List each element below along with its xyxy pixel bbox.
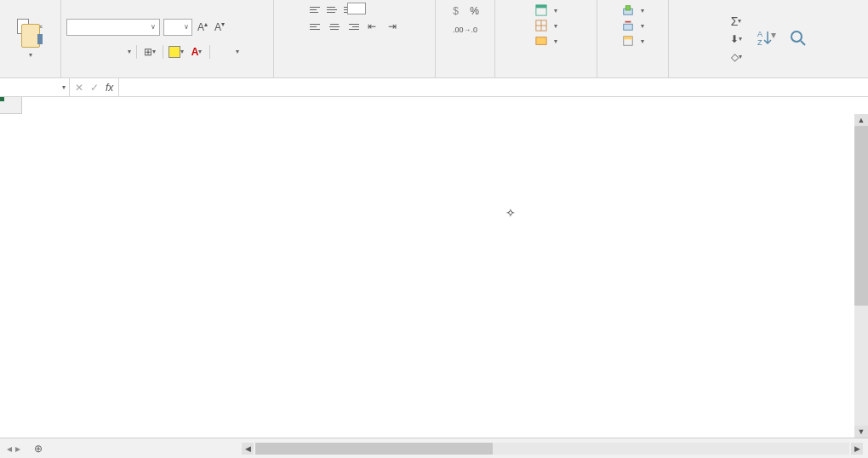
group-label-clipboard — [5, 74, 55, 76]
tab-nav-last-icon[interactable]: ▸ — [15, 443, 20, 455]
chevron-down-icon: ∨ — [184, 23, 189, 31]
new-sheet-button[interactable]: ⊕ — [27, 443, 49, 455]
delete-icon — [622, 20, 634, 31]
align-top-button[interactable] — [310, 3, 325, 15]
increase-indent-button[interactable]: ⇥ — [385, 19, 400, 34]
select-all-corner[interactable] — [0, 97, 22, 114]
paste-icon: ✂ — [17, 19, 44, 48]
cancel-formula-icon[interactable]: ✕ — [75, 82, 83, 94]
cell-icon — [535, 35, 547, 47]
underline-button[interactable] — [107, 44, 123, 60]
fx-icon[interactable]: fx — [106, 82, 113, 94]
formula-bar: ▾ ✕ ✓ fx — [0, 78, 868, 97]
table-icon — [535, 4, 547, 16]
svg-point-14 — [791, 31, 802, 42]
decrease-font-button[interactable]: A▾ — [213, 20, 226, 33]
scroll-thumb[interactable] — [255, 443, 493, 455]
sort-filter-icon: AZ — [756, 28, 776, 49]
increase-decimal-button[interactable]: .00→.0 — [458, 22, 473, 37]
enter-formula-icon[interactable]: ✓ — [90, 82, 99, 94]
svg-rect-8 — [623, 24, 632, 30]
worksheet-grid: ✧ — [0, 97, 868, 438]
group-label-font — [66, 74, 268, 76]
autosum-button[interactable]: Σ▾ — [728, 14, 744, 29]
vertical-scrollbar[interactable]: ▲ ▼ — [854, 114, 868, 438]
chevron-down-icon: ▾ — [62, 83, 66, 91]
font-size-dropdown[interactable]: ∨ — [163, 19, 192, 36]
cell-styles-button[interactable]: ▾ — [535, 34, 557, 48]
svg-rect-7 — [625, 6, 630, 10]
italic-button[interactable] — [87, 44, 102, 60]
align-center-button[interactable] — [327, 20, 342, 32]
group-cells: ▾ ▾ ▾ — [597, 0, 669, 77]
ribbon: ✂ ▾ ∨ ∨ A▴ A▾ — [0, 0, 868, 78]
chevron-down-icon: ▾ — [236, 48, 239, 55]
chevron-down-icon: ▾ — [29, 51, 32, 59]
search-icon — [788, 28, 808, 49]
increase-font-button[interactable]: A▴ — [196, 20, 209, 33]
horizontal-scrollbar[interactable]: ◀ ▶ — [237, 443, 868, 455]
decrease-indent-button[interactable]: ⇤ — [364, 19, 380, 34]
bold-button[interactable] — [66, 44, 82, 60]
svg-rect-5 — [535, 37, 545, 45]
format-as-table-button[interactable]: ▾ — [535, 19, 557, 32]
font-name-dropdown[interactable]: ∨ — [66, 19, 160, 36]
group-styles: ▾ ▾ ▾ — [495, 0, 597, 77]
delete-cells-button[interactable]: ▾ — [622, 19, 644, 32]
svg-rect-1 — [535, 5, 545, 9]
group-clipboard: ✂ ▾ — [0, 0, 61, 77]
fill-color-button[interactable]: ▾ — [168, 44, 184, 60]
find-select-button[interactable] — [788, 28, 808, 50]
border-button[interactable]: ⊞▾ — [142, 44, 157, 60]
sheet-tabs-bar: ◂ ▸ ⊕ ◀ ▶ — [0, 438, 868, 458]
percent-button[interactable]: % — [467, 3, 483, 19]
name-box[interactable]: ▾ — [0, 78, 70, 96]
group-label-cells — [602, 74, 663, 76]
formula-input[interactable] — [119, 78, 868, 96]
scroll-right-button[interactable]: ▶ — [851, 443, 863, 455]
format-icon — [622, 35, 634, 47]
group-label-number — [441, 74, 489, 76]
svg-rect-11 — [623, 37, 632, 40]
keytip-tooltip — [347, 3, 366, 14]
group-editing: Σ▾ ⬇▾ ◇▾ AZ — [669, 0, 868, 77]
group-label-alignment — [279, 74, 430, 76]
sort-filter-button[interactable]: AZ — [756, 28, 776, 50]
svg-line-15 — [801, 41, 805, 45]
insert-icon — [622, 4, 634, 16]
phonetic-button[interactable] — [215, 44, 231, 60]
scroll-left-button[interactable]: ◀ — [242, 443, 254, 455]
grid-icon — [535, 20, 547, 31]
group-label-editing — [674, 74, 863, 76]
align-left-button[interactable] — [310, 20, 325, 32]
insert-cells-button[interactable]: ▾ — [622, 3, 644, 17]
fill-button[interactable]: ⬇▾ — [728, 31, 744, 47]
scroll-thumb[interactable] — [854, 126, 868, 306]
scroll-down-button[interactable]: ▼ — [854, 426, 868, 438]
svg-text:Z: Z — [757, 38, 762, 47]
tab-nav-first-icon[interactable]: ◂ — [7, 443, 12, 455]
clear-button[interactable]: ◇▾ — [728, 49, 744, 65]
group-number: $% .00→.0 — [436, 0, 495, 77]
align-right-button[interactable] — [344, 20, 359, 32]
format-cells-button[interactable]: ▾ — [622, 34, 644, 48]
conditional-format-button[interactable]: ▾ — [535, 3, 557, 17]
align-middle-button[interactable] — [327, 3, 342, 15]
chevron-down-icon: ∨ — [151, 23, 156, 31]
currency-button[interactable]: $ — [448, 3, 464, 19]
cursor-icon: ✧ — [505, 206, 516, 220]
chevron-down-icon: ▾ — [128, 48, 131, 55]
svg-text:A: A — [757, 30, 762, 38]
font-color-button[interactable]: A▾ — [189, 44, 204, 60]
scroll-up-button[interactable]: ▲ — [854, 114, 868, 126]
group-font: ∨ ∨ A▴ A▾ ▾ ⊞▾ ▾ A▾ — [61, 0, 274, 77]
group-label-styles — [500, 74, 591, 76]
paste-button[interactable]: ✂ ▾ — [17, 19, 44, 59]
